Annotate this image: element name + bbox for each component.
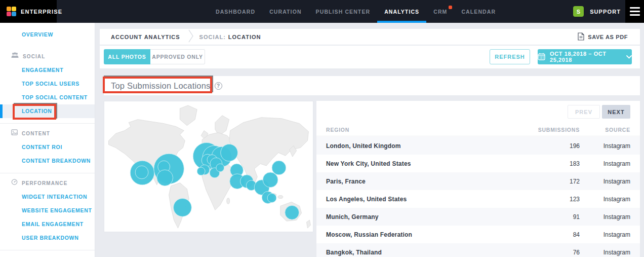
sidebar-item-top-social-content[interactable]: TOP SOCIAL CONTENT [0, 91, 95, 104]
source-cell: Instagram [580, 178, 630, 185]
submissions-cell: 172 [519, 178, 580, 185]
table-row: Los Angeles, United States 123 Instagram [316, 190, 640, 208]
submissions-cell: 91 [519, 213, 580, 221]
column-header-source: SOURCE [580, 127, 630, 133]
refresh-button[interactable]: REFRESH [490, 49, 530, 64]
region-cell: Paris, France [326, 178, 519, 185]
sidebar-item-content-roi[interactable]: CONTENT ROI [0, 140, 95, 154]
nav-analytics[interactable]: ANALYTICS [377, 0, 426, 23]
chevron-down-icon [626, 54, 632, 60]
nav-crm[interactable]: CRM [426, 0, 454, 23]
source-cell: Instagram [580, 142, 630, 150]
approved-only-button[interactable]: APPROVED ONLY [150, 49, 205, 64]
region-cell: Los Angeles, United States [326, 196, 519, 203]
sidebar: OVERVIEW SOCIAL ENGAGEMENT TOP SOCIAL US… [0, 23, 95, 257]
map-bubble[interactable] [263, 172, 278, 188]
table-row: Bangkok, Thailand 76 Instagram [316, 243, 640, 257]
map-bubble[interactable] [157, 170, 173, 186]
help-icon[interactable]: ? [215, 82, 222, 90]
map-bubble[interactable] [135, 166, 148, 179]
nav-calendar[interactable]: CALENDAR [454, 0, 503, 23]
nav-publish-center[interactable]: PUBLISH CENTER [309, 0, 378, 23]
sidebar-item-website-engagement[interactable]: WEBSITE ENGAGEMENT [0, 204, 95, 217]
source-cell: Instagram [580, 249, 630, 256]
map-bubble[interactable] [197, 167, 205, 175]
submissions-cell: 76 [519, 249, 580, 256]
filter-band: ALL PHOTOS APPROVED ONLY REFRESH OCT 18,… [100, 46, 640, 68]
submissions-cell: 84 [519, 231, 580, 238]
map-bubble[interactable] [272, 161, 286, 175]
hamburger-menu-icon[interactable] [625, 0, 644, 23]
submissions-cell: 183 [519, 160, 580, 167]
app-logo[interactable]: ENTERPRISE [0, 0, 57, 23]
map-bubble[interactable] [216, 164, 224, 172]
sidebar-section-label: CONTENT [22, 127, 50, 140]
map-bubble[interactable] [267, 194, 276, 203]
column-header-region: REGION [326, 127, 519, 133]
photo-filter-toggle: ALL PHOTOS APPROVED ONLY [104, 49, 205, 64]
sidebar-item-widget-interaction[interactable]: WIDGET INTERACTION [0, 190, 95, 204]
next-button[interactable]: NEXT [602, 105, 630, 119]
map-bubble[interactable] [285, 205, 299, 219]
table-row: New York City, United States 183 Instagr… [316, 155, 640, 172]
submissions-cell: 196 [519, 142, 580, 150]
support-link[interactable]: SUPPORT [590, 0, 621, 23]
sidebar-item-email-engagement[interactable]: EMAIL ENGAGEMENT [0, 217, 95, 231]
sidebar-item-content-breakdown[interactable]: CONTENT BREAKDOWN [0, 154, 95, 168]
sidebar-item-top-social-users[interactable]: TOP SOCIAL USERS [0, 77, 95, 91]
save-as-pdf-label: SAVE AS PDF [588, 34, 628, 40]
region-cell: Moscow, Russian Federation [326, 231, 519, 238]
table-header-row: REGION SUBMISSIONS SOURCE [316, 124, 640, 136]
sidebar-item-overview[interactable]: OVERVIEW [0, 28, 95, 42]
table-body: London, United Kingdom 196 Instagram New… [316, 137, 640, 257]
brand-logo-icon [7, 7, 16, 16]
source-cell: Instagram [580, 213, 630, 221]
breadcrumb-account-analytics[interactable]: ACCOUNT ANALYTICS [111, 34, 180, 40]
source-cell: Instagram [580, 231, 630, 238]
source-cell: Instagram [580, 160, 630, 167]
sidebar-section-label: PERFORMANCE [22, 176, 67, 190]
sidebar-divider [0, 173, 95, 173]
calendar-icon [538, 53, 545, 61]
prev-button[interactable]: PREV [568, 105, 600, 119]
nav-dashboard[interactable]: DASHBOARD [209, 0, 262, 23]
sidebar-divider [0, 123, 95, 124]
date-range-label: OCT 18,2018 – OCT 25,2018 [550, 51, 622, 63]
section-title-card: Top Submission Locations ? [104, 76, 640, 95]
region-cell: Munich, Germany [326, 213, 519, 221]
all-photos-button[interactable]: ALL PHOTOS [104, 49, 150, 64]
sidebar-item-user-breakdown[interactable]: USER BREAKDOWN [0, 231, 95, 245]
sidebar-divider [0, 250, 95, 250]
table-row: Munich, Germany 91 Instagram [316, 208, 640, 226]
table-row: Moscow, Russian Federation 84 Instagram [316, 226, 640, 243]
image-icon [11, 127, 18, 140]
region-cell: London, United Kingdom [326, 142, 519, 150]
world-bubble-map[interactable] [104, 101, 313, 232]
date-range-picker[interactable]: OCT 18,2018 – OCT 25,2018 [538, 49, 632, 64]
sidebar-item-engagement[interactable]: ENGAGEMENT [0, 63, 95, 77]
submissions-cell: 123 [519, 196, 580, 203]
source-cell: Instagram [580, 196, 630, 203]
submission-map-card [104, 101, 313, 232]
sidebar-section-social: SOCIAL [0, 50, 95, 63]
locations-table-card: PREV NEXT REGION SUBMISSIONS SOURCE Lond… [316, 101, 640, 257]
breadcrumb-separator-icon [188, 29, 193, 45]
nav-curation[interactable]: CURATION [262, 0, 308, 23]
map-bubble[interactable] [174, 199, 192, 217]
breadcrumb-section-prefix: SOCIAL: [199, 34, 226, 40]
breadcrumb-band: ACCOUNT ANALYTICS SOCIAL: LOCATION SAVE … [100, 29, 640, 45]
gauge-icon [11, 176, 18, 190]
table-row: London, United Kingdom 196 Instagram [316, 137, 640, 155]
save-as-pdf-button[interactable]: SAVE AS PDF [578, 32, 628, 42]
region-cell: New York City, United States [326, 160, 519, 167]
sidebar-item-location[interactable]: LOCATION [0, 104, 95, 118]
table-pager: PREV NEXT [568, 105, 630, 119]
user-avatar[interactable]: S [573, 6, 584, 17]
page-title: Top Submission Locations [111, 81, 211, 91]
document-icon [578, 32, 584, 42]
sidebar-section-content: CONTENT [0, 127, 95, 140]
top-navigation-bar: ENTERPRISE DASHBOARD CURATION PUBLISH CE… [0, 0, 644, 23]
map-bubble[interactable] [221, 144, 238, 161]
table-row: Paris, France 172 Instagram [316, 172, 640, 190]
sidebar-section-performance: PERFORMANCE [0, 176, 95, 190]
